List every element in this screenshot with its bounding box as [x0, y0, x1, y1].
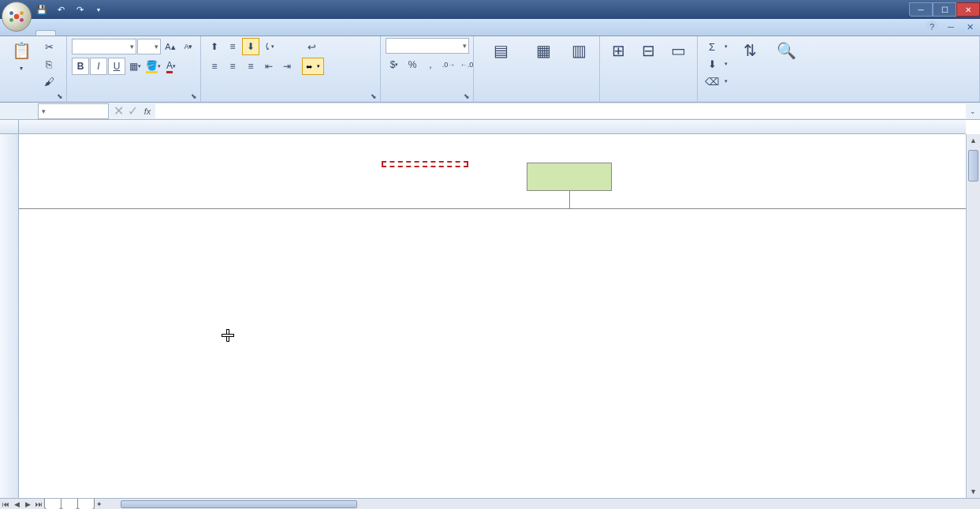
clipboard-launcher[interactable]: ⬊: [57, 92, 65, 100]
tab-formulas[interactable]: [94, 31, 113, 36]
insert-cells-button[interactable]: ⊞: [605, 38, 633, 63]
horizontal-scrollbar[interactable]: [121, 500, 980, 509]
close-button[interactable]: ✕: [956, 2, 980, 17]
fill-button[interactable]: ⬇▾: [702, 55, 731, 73]
find-select-button[interactable]: 🔍: [769, 38, 803, 63]
delete-cells-button[interactable]: ⊟: [635, 38, 663, 63]
scroll-down-arrow[interactable]: ▼: [967, 485, 980, 498]
next-sheet-button[interactable]: ▶: [22, 500, 33, 508]
office-button[interactable]: [2, 2, 32, 32]
sheet-tab-cover[interactable]: [44, 499, 61, 510]
sort-icon: ⇅: [739, 39, 761, 62]
maximize-button[interactable]: ☐: [933, 2, 956, 17]
underline-button[interactable]: U: [108, 58, 125, 75]
cancel-formula-icon[interactable]: ✕: [111, 103, 125, 118]
minimize-button[interactable]: ─: [909, 2, 933, 17]
cells-area[interactable]: [19, 134, 966, 498]
tab-data[interactable]: [113, 31, 132, 36]
help-icon[interactable]: ?: [926, 21, 938, 33]
scroll-up-arrow[interactable]: ▲: [967, 134, 980, 147]
column-headers[interactable]: [0, 120, 966, 134]
align-right-button[interactable]: ≡: [242, 58, 259, 75]
conditional-formatting-button[interactable]: ▤: [479, 38, 524, 63]
qat-customize-icon[interactable]: ▾: [90, 2, 107, 17]
first-sheet-button[interactable]: ⏮: [0, 500, 11, 508]
select-all-corner[interactable]: [0, 120, 19, 133]
align-center-button[interactable]: ≡: [224, 58, 241, 75]
sort-filter-button[interactable]: ⇅: [732, 38, 767, 63]
italic-button[interactable]: I: [90, 58, 107, 75]
format-icon: ▭: [667, 39, 689, 62]
group-clipboard: 📋 ▾ ✂ ⎘ 🖌 ⬊: [0, 36, 67, 102]
sheet-tab-input[interactable]: [61, 499, 78, 510]
worksheet-grid[interactable]: ▲ ▼: [0, 120, 980, 498]
tab-view[interactable]: [151, 31, 170, 36]
accounting-button[interactable]: $▾: [386, 56, 403, 73]
expand-formula-bar[interactable]: ⌄: [966, 107, 980, 115]
group-styles: ▤ ▦ ▥: [474, 36, 600, 102]
comma-button[interactable]: ,: [422, 56, 439, 73]
tab-insert[interactable]: [56, 31, 75, 36]
title-bar: 💾 ↶ ↷ ▾ ─ ☐ ✕: [0, 0, 980, 19]
font-name-combo[interactable]: [72, 39, 136, 54]
vscroll-thumb[interactable]: [968, 150, 978, 182]
decrease-decimal-button[interactable]: ←.0: [458, 56, 475, 73]
cut-button[interactable]: ✂: [39, 38, 61, 55]
svg-point-3: [9, 18, 13, 22]
sheet-tab-output[interactable]: [77, 499, 95, 510]
format-painter-button[interactable]: 🖌: [39, 73, 61, 90]
row-headers[interactable]: [0, 134, 19, 498]
font-color-button[interactable]: A▾: [162, 58, 180, 75]
align-bottom-button[interactable]: ⬇: [242, 38, 259, 55]
align-top-button[interactable]: ⬆: [206, 38, 223, 55]
font-launcher[interactable]: ⬊: [191, 92, 199, 100]
last-sheet-button[interactable]: ⏭: [33, 500, 44, 508]
minimize-ribbon-button[interactable]: ─: [945, 21, 957, 33]
vertical-scrollbar[interactable]: ▲ ▼: [966, 134, 980, 498]
tab-page-layout[interactable]: [75, 31, 94, 36]
tab-review[interactable]: [132, 31, 151, 36]
border-button[interactable]: ▦▾: [126, 58, 143, 75]
fx-icon[interactable]: fx: [140, 107, 155, 116]
bold-button[interactable]: B: [72, 58, 89, 75]
save-icon[interactable]: 💾: [33, 2, 50, 17]
grow-font-button[interactable]: A▴: [162, 38, 179, 55]
redo-icon[interactable]: ↷: [71, 2, 88, 17]
prev-sheet-button[interactable]: ◀: [11, 500, 22, 508]
align-middle-button[interactable]: ≡: [224, 38, 241, 55]
shrink-font-button[interactable]: A▾: [180, 38, 197, 55]
fill-down-icon: ⬇: [706, 58, 718, 70]
hscroll-thumb[interactable]: [121, 500, 357, 508]
percent-button[interactable]: %: [404, 56, 421, 73]
executive-box[interactable]: [527, 163, 612, 191]
formula-input[interactable]: [155, 104, 966, 118]
new-sheet-button[interactable]: ✦: [94, 500, 105, 508]
brush-icon: 🖌: [43, 75, 55, 88]
increase-decimal-button[interactable]: .0→: [440, 56, 457, 73]
copy-button[interactable]: ⎘: [39, 55, 61, 73]
font-size-combo[interactable]: [137, 39, 161, 54]
align-left-button[interactable]: ≡: [206, 58, 223, 75]
enter-formula-icon[interactable]: ✓: [125, 103, 140, 118]
number-format-combo[interactable]: [386, 38, 469, 54]
paste-button[interactable]: 📋 ▾: [5, 38, 38, 72]
format-cells-button[interactable]: ▭: [664, 38, 692, 63]
format-as-table-button[interactable]: ▦: [526, 38, 562, 63]
close-workbook-button[interactable]: ✕: [963, 21, 976, 33]
autosum-button[interactable]: Σ▾: [702, 38, 731, 55]
decrease-indent-button[interactable]: ⇤: [260, 58, 278, 75]
merge-center-button[interactable]: ⬌▾: [302, 58, 324, 75]
undo-icon[interactable]: ↶: [52, 2, 69, 17]
alignment-launcher[interactable]: ⬊: [371, 92, 378, 100]
number-launcher[interactable]: ⬊: [464, 92, 471, 100]
wrap-text-button[interactable]: ↩: [302, 38, 324, 55]
orientation-button[interactable]: ⤹▾: [260, 38, 278, 55]
fill-color-button[interactable]: 🪣▾: [144, 58, 162, 75]
svg-point-0: [14, 14, 20, 20]
name-box[interactable]: [38, 103, 109, 119]
increase-indent-button[interactable]: ⇥: [278, 58, 296, 75]
clear-button[interactable]: ⌫▾: [702, 73, 731, 90]
group-number: $▾ % , .0→ ←.0 ⬊: [381, 36, 474, 102]
tab-home[interactable]: [35, 30, 56, 36]
cell-styles-button[interactable]: ▥: [563, 38, 594, 63]
